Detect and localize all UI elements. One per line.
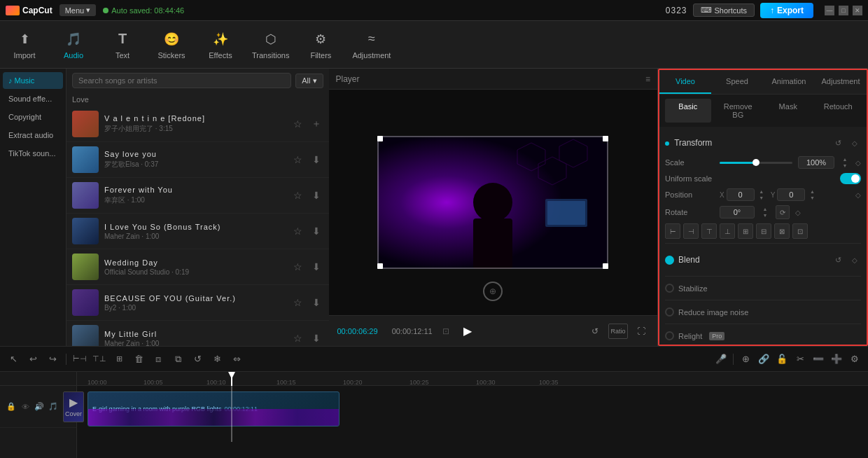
snap-button[interactable]: ⊕: [738, 352, 753, 367]
uniform-scale-toggle[interactable]: [840, 173, 861, 184]
link-button[interactable]: 🔗: [756, 352, 771, 367]
track-speaker-button[interactable]: 🎵: [48, 401, 59, 412]
export-button[interactable]: ↑ Export: [760, 3, 813, 18]
position-y-input[interactable]: [777, 188, 805, 201]
all-filter-button[interactable]: All ▾: [295, 74, 323, 88]
scale-slider-thumb[interactable]: [752, 159, 760, 166]
track-audio-button[interactable]: 🔊: [34, 401, 45, 412]
menu-button[interactable]: Menu ▾: [59, 4, 97, 16]
loop-button[interactable]: ↺: [190, 352, 205, 367]
position-x-input[interactable]: [727, 188, 755, 201]
song-download-button[interactable]: ⬇: [309, 260, 323, 274]
song-favorite-button[interactable]: ☆: [291, 296, 305, 310]
song-favorite-button[interactable]: ☆: [291, 331, 305, 345]
search-input[interactable]: [72, 73, 291, 88]
align-left-button[interactable]: ⊢: [665, 223, 680, 239]
list-item[interactable]: I Love You So (Bonus Track) Maher Zain ·…: [66, 214, 329, 249]
toolbar-audio[interactable]: 🎵 Audio: [56, 30, 91, 60]
split2-button[interactable]: ⊤⊥: [92, 352, 107, 367]
rotate-keyframe-icon[interactable]: ◇: [795, 209, 801, 216]
song-favorite-button[interactable]: ☆: [291, 188, 305, 202]
add-button[interactable]: ➕: [829, 352, 844, 367]
video-track[interactable]: E-girl gaming in a room with purple RGB …: [88, 391, 340, 426]
song-favorite-button[interactable]: ☆: [291, 153, 305, 167]
loop-button[interactable]: ↺: [587, 324, 603, 339]
song-download-button[interactable]: ⬇: [309, 224, 323, 238]
scale-increment[interactable]: ▲: [840, 156, 850, 162]
delete-button[interactable]: 🗑: [131, 352, 146, 367]
subtab-removebg[interactable]: Remove BG: [715, 99, 762, 123]
stabilize-checkbox[interactable]: [665, 284, 674, 293]
split-button[interactable]: ⊢⊣: [72, 352, 88, 367]
x-decrement[interactable]: ▼: [757, 195, 766, 201]
toolbar-text[interactable]: T Text: [105, 30, 140, 60]
subtab-mask[interactable]: Mask: [765, 99, 811, 123]
sidebar-item-extract-audio[interactable]: Extract audio: [3, 127, 63, 144]
trim-button[interactable]: ✂: [792, 352, 808, 367]
subtab-retouch[interactable]: Retouch: [816, 99, 862, 123]
settings-button[interactable]: ⚙: [847, 352, 862, 367]
player-menu-icon[interactable]: ≡: [645, 74, 650, 84]
tab-speed[interactable]: Speed: [711, 70, 763, 94]
transform-keyframe-button[interactable]: ◇: [848, 137, 861, 149]
redo-button[interactable]: ↪: [45, 352, 60, 367]
rotate-value-input[interactable]: [720, 206, 755, 218]
align-bottom-button[interactable]: ⊟: [756, 223, 771, 239]
reduce-noise-checkbox[interactable]: [665, 307, 674, 317]
undo-button[interactable]: ↩: [25, 352, 41, 367]
toolbar-adjustment[interactable]: ≈ Adjustment: [352, 30, 391, 60]
list-item[interactable]: BECAUSE OF YOU (Guitar Ver.) By2 · 1:00 …: [66, 285, 329, 321]
toolbar-effects[interactable]: ✨ Effects: [203, 30, 238, 60]
blend-checkbox[interactable]: [665, 256, 674, 265]
list-item[interactable]: Wedding Day Official Sound Studio · 0:19…: [66, 249, 329, 285]
track-eye-button[interactable]: 👁: [20, 401, 31, 412]
sidebar-item-copyright[interactable]: Copyright: [3, 109, 63, 125]
tab-video[interactable]: Video: [659, 70, 711, 94]
blend-reset-button[interactable]: ↺: [832, 254, 844, 266]
song-add-button[interactable]: ＋: [309, 117, 323, 131]
song-download-button[interactable]: ⬇: [309, 153, 323, 167]
fullscreen-button[interactable]: ⛶: [634, 324, 649, 339]
align-diag2-button[interactable]: ⊡: [792, 223, 808, 239]
rotate-flip-button[interactable]: ⟳: [776, 205, 790, 219]
minimize-button[interactable]: —: [825, 6, 834, 15]
sidebar-item-tiktok[interactable]: TikTok soun...: [3, 145, 63, 162]
scale-decrement[interactable]: ▼: [840, 162, 850, 169]
split3-button[interactable]: ⊞: [111, 352, 127, 367]
y-increment[interactable]: ▲: [807, 188, 817, 195]
toolbar-import[interactable]: ⬆ Import: [7, 30, 42, 60]
scale-keyframe-icon[interactable]: ◇: [855, 159, 861, 167]
rotate-increment[interactable]: ▲: [760, 206, 770, 212]
audio-button[interactable]: 🎤: [713, 352, 729, 367]
subtract-button[interactable]: ➖: [811, 352, 826, 367]
y-decrement[interactable]: ▼: [807, 195, 817, 201]
track-lock-button[interactable]: 🔒: [6, 401, 17, 412]
list-item[interactable]: My Little Girl Maher Zain · 1:00 ☆ ⬇: [66, 321, 329, 346]
song-download-button[interactable]: ⬇: [309, 296, 323, 310]
maximize-button[interactable]: □: [839, 6, 848, 15]
crop-button[interactable]: ⧈: [150, 352, 166, 367]
transform-reset-button[interactable]: ↺: [832, 137, 844, 149]
align-top-button[interactable]: ⊥: [720, 223, 735, 239]
list-item[interactable]: V a l e n t i n e [Redone] 罗子小姐用完了 · 3:1…: [66, 106, 329, 142]
sidebar-item-sound-effects[interactable]: Sound effe...: [3, 90, 63, 107]
blend-keyframe-button[interactable]: ◇: [848, 254, 861, 266]
tab-adjustment[interactable]: Adjustment: [815, 70, 867, 94]
freeze-button[interactable]: ❄: [209, 352, 225, 367]
toolbar-filters[interactable]: ⚙ Filters: [303, 30, 338, 60]
song-favorite-button[interactable]: ☆: [291, 260, 305, 274]
ratio-button[interactable]: Ratio: [608, 324, 628, 339]
song-favorite-button[interactable]: ☆: [291, 117, 305, 131]
shortcuts-button[interactable]: ⌨ Shortcuts: [693, 4, 755, 17]
cursor-tool-button[interactable]: ↖: [6, 352, 21, 367]
list-item[interactable]: Forever with You 幸弃区 · 1:00 ☆ ⬇: [66, 178, 329, 214]
unlink-button[interactable]: 🔓: [774, 352, 790, 367]
song-favorite-button[interactable]: ☆: [291, 224, 305, 238]
mirror-button[interactable]: ⇔: [229, 352, 244, 367]
close-button[interactable]: ✕: [853, 6, 862, 15]
tab-animation[interactable]: Animation: [763, 70, 815, 94]
rotate-decrement[interactable]: ▼: [760, 212, 770, 218]
position-keyframe-icon[interactable]: ◇: [855, 191, 861, 199]
list-item[interactable]: Say love you 罗艺歌Elsa · 0:37 ☆ ⬇: [66, 142, 329, 178]
song-download-button[interactable]: ⬇: [309, 188, 323, 202]
